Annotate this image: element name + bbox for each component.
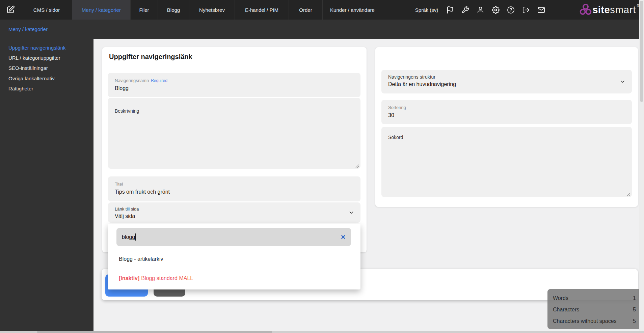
sitesmart-logo: sitesmart® (579, 2, 639, 17)
logo-text-smart: smart (610, 2, 636, 17)
link-page-value: Välj sida (115, 213, 354, 219)
nav-structure-value: Detta är en huvudnavigering (388, 81, 625, 87)
chevron-down-icon (620, 79, 626, 85)
sidebar-menu: Uppgifter navigeringslänk URL / kategori… (0, 39, 93, 94)
page-search-input[interactable]: blogg ✕ (116, 228, 351, 246)
clear-search-icon[interactable]: ✕ (341, 234, 346, 240)
tab-nyhetsbrev[interactable]: Nyhetsbrev (189, 0, 235, 20)
tab-cms-sidor[interactable]: CMS / sidor (21, 0, 72, 20)
counter-label: Words (553, 295, 568, 301)
tab-kunder-anvandare[interactable]: Kunder / användare (322, 0, 382, 20)
sorting-label: Sortering (388, 105, 406, 110)
edit-icon[interactable] (0, 0, 21, 20)
tab-blogg[interactable]: Blogg (158, 0, 189, 20)
tab-filer[interactable]: Filer (130, 0, 158, 20)
page-title: Uppgifter navigeringslänk (109, 53, 192, 61)
nav-structure-label: Navigeringens struktur (388, 74, 435, 80)
title-label: Titel (115, 182, 123, 187)
link-page-label: Länk till sida (115, 206, 139, 212)
horizontal-scrollbar-thumb[interactable] (37, 331, 272, 333)
logo-trefoil-icon (579, 3, 592, 17)
chevron-down-icon (348, 210, 354, 216)
sidebar-item-seo-installningar[interactable]: SEO-inställningar (0, 63, 93, 73)
vertical-scrollbar-thumb[interactable] (640, 1, 643, 102)
link-page-select[interactable]: Länk till sida Välj sida (108, 202, 360, 223)
tab-meny-kategorier[interactable]: Meny / kategorier (72, 0, 130, 20)
nav-structure-select[interactable]: Navigeringens struktur Detta är en huvud… (381, 70, 632, 93)
counter-label: Characters (553, 307, 579, 313)
logo-registered-mark: ® (637, 2, 639, 9)
counter-value: 1 (633, 295, 636, 301)
sidebar-item-uppgifter-navigeringslank[interactable]: Uppgifter navigeringslänk (0, 43, 93, 53)
nav-name-label: Navigeringsnamn (115, 78, 149, 83)
nav-link-details-card: Uppgifter navigeringslänk Navigeringsnam… (102, 47, 367, 252)
user-icon[interactable] (477, 6, 484, 14)
title-field[interactable]: Titel Tips om frukt och grönt (108, 176, 360, 201)
header-actions: Språk (sv) (415, 0, 639, 20)
horizontal-scrollbar[interactable] (0, 331, 644, 333)
description-label: Beskrivning (115, 108, 139, 114)
sidebar-item-rattigheter[interactable]: Rättigheter (0, 84, 93, 94)
nav-name-value: Blogg (115, 85, 354, 91)
logout-icon[interactable] (522, 6, 530, 14)
logo-text-site: site (592, 2, 610, 17)
inactive-prefix: [Inaktiv] (119, 275, 139, 281)
nav-structure-card: Navigeringens struktur Detta är en huvud… (375, 47, 638, 207)
text-cursor (135, 233, 136, 241)
sorting-value: 30 (388, 112, 625, 118)
title-value: Tips om frukt och grönt (115, 189, 354, 195)
tab-order[interactable]: Order (289, 0, 322, 20)
breadcrumb[interactable]: Meny / kategorier (8, 26, 48, 32)
wrench-icon[interactable] (461, 6, 469, 14)
dropdown-option-inaktiv-blogg-standard-mall[interactable]: [Inaktiv]Blogg standard MALL (119, 275, 193, 281)
keywords-label: Sökord (388, 135, 403, 140)
page-picker-dropdown: blogg ✕ Blogg - artikelarkiv [Inaktiv]Bl… (108, 224, 360, 289)
sorting-field[interactable]: Sortering 30 (381, 100, 632, 124)
inactive-option-text: Blogg standard MALL (141, 275, 193, 281)
search-text: blogg (122, 234, 135, 240)
language-label: Språk (sv) (415, 7, 438, 13)
breadcrumb-bar: Meny / kategorier (0, 20, 644, 39)
vertical-scrollbar[interactable] (639, 0, 644, 333)
sidebar: Uppgifter navigeringslänk URL / kategori… (0, 39, 93, 331)
counter-value: 5 (633, 307, 636, 313)
required-badge: Required (151, 78, 167, 83)
resize-handle-icon[interactable] (355, 163, 359, 167)
app-window: CMS / sidor Meny / kategorier Filer Blog… (0, 0, 644, 333)
flag-icon[interactable] (446, 6, 454, 14)
keywords-textarea[interactable]: Sökord (381, 127, 632, 197)
counter-value: 5 (633, 318, 636, 324)
counter-row-words: Words 1 (553, 293, 636, 304)
word-counter-overlay: Words 1 Characters 5 Characters without … (547, 289, 641, 329)
counter-label: Characters without spaces (553, 318, 617, 324)
help-icon[interactable] (507, 6, 515, 14)
dropdown-option-blogg-artikelarkiv[interactable]: Blogg - artikelarkiv (119, 256, 163, 262)
mail-icon[interactable] (537, 6, 545, 14)
description-textarea[interactable]: Beskrivning (108, 98, 360, 169)
counter-row-characters: Characters 5 (553, 304, 636, 315)
counter-row-characters-no-spaces: Characters without spaces 5 (553, 315, 636, 327)
top-nav: CMS / sidor Meny / kategorier Filer Blog… (0, 0, 644, 20)
nav-name-field[interactable]: NavigeringsnamnRequired Blogg (108, 73, 360, 97)
sidebar-item-url-kategoriuppgifter[interactable]: URL / kategoriuppgifter (0, 53, 93, 63)
resize-handle-icon[interactable] (626, 192, 630, 196)
gear-icon[interactable] (492, 6, 500, 14)
sidebar-item-ovriga-lankalternativ[interactable]: Övriga länkalternativ (0, 73, 93, 83)
tab-ehandel-pim[interactable]: E-handel / PIM (235, 0, 289, 20)
